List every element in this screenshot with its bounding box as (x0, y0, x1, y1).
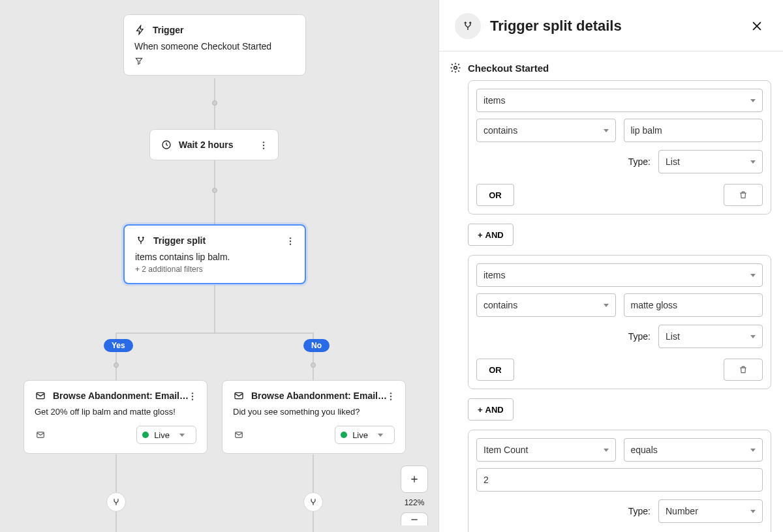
operator-select[interactable]: equals (624, 438, 763, 462)
chevron-down-icon (750, 99, 756, 102)
branch-split-node[interactable] (106, 492, 126, 512)
or-button[interactable]: OR (476, 184, 514, 206)
chevron-down-icon (750, 449, 756, 452)
operator-select[interactable]: contains (476, 293, 616, 317)
panel-header: Trigger split details (439, 0, 783, 52)
delete-filter-button[interactable] (724, 184, 763, 206)
email-no-body: Did you see something you liked? (233, 407, 395, 417)
svg-point-16 (390, 398, 392, 400)
branch-no-pill: No (303, 339, 330, 352)
split-more-button[interactable] (281, 232, 299, 250)
svg-point-1 (263, 141, 264, 143)
svg-point-17 (454, 66, 457, 70)
svg-point-3 (263, 147, 264, 149)
trigger-card[interactable]: Trigger When someone Checkout Started (123, 14, 306, 76)
filter-block: items contains lip balm Type: List (468, 80, 771, 214)
split-desc: items contains lip balm. (135, 252, 294, 262)
trigger-filter-icon (134, 57, 295, 66)
connector-dot (311, 362, 316, 368)
split-meta: + 2 additional filters (135, 265, 294, 274)
svg-point-6 (290, 243, 291, 244)
wait-card[interactable]: Wait 2 hours (149, 129, 279, 160)
email-no-title: Browse Abandonment: Email… (251, 391, 387, 401)
gear-icon (450, 62, 461, 74)
or-button[interactable]: OR (476, 359, 514, 381)
wait-label: Wait 2 hours (179, 140, 234, 150)
zoom-level: 122% (405, 498, 425, 507)
bolt-icon (134, 24, 146, 36)
email-yes-card[interactable]: Browse Abandonment: Email… Get 20% off l… (23, 380, 207, 454)
chevron-down-icon (604, 449, 609, 452)
email-no-status-select[interactable]: Live (335, 426, 395, 444)
close-button[interactable] (746, 16, 767, 37)
svg-point-9 (192, 392, 193, 394)
split-title: Trigger split (153, 235, 206, 246)
mail-icon (35, 390, 46, 402)
email-yes-status-select[interactable]: Live (136, 426, 196, 444)
branch-split-node[interactable] (303, 492, 323, 512)
chevron-down-icon (750, 510, 756, 513)
connector-dot (212, 100, 217, 106)
zoom-out-button[interactable] (401, 512, 428, 525)
zoom-controls: 122% (401, 466, 428, 525)
operator-select[interactable]: contains (476, 119, 616, 142)
value-input[interactable]: matte gloss (624, 293, 763, 317)
type-select[interactable]: Number (658, 499, 763, 523)
section-title: Checkout Started (468, 63, 549, 74)
chevron-down-icon (604, 304, 609, 307)
value-input[interactable]: 2 (476, 468, 763, 492)
status-dot-icon (341, 432, 347, 438)
mail-icon (233, 390, 245, 402)
panel-title: Trigger split details (490, 18, 622, 35)
svg-point-15 (390, 396, 392, 397)
add-and-button[interactable]: +AND (468, 398, 514, 421)
email-yes-body: Get 20% off lip balm and matte gloss! (35, 407, 196, 417)
svg-point-4 (290, 237, 291, 239)
flow-canvas[interactable]: Trigger When someone Checkout Started Wa… (0, 0, 438, 532)
email-yes-more-button[interactable] (183, 387, 202, 406)
type-label: Type: (628, 156, 651, 167)
field-select[interactable]: items (476, 263, 763, 287)
split-icon (135, 235, 147, 246)
details-panel: Trigger split details Checkout Started i… (438, 0, 783, 532)
trigger-split-card[interactable]: Trigger split items contains lip balm. +… (123, 224, 306, 284)
type-select[interactable]: List (658, 150, 763, 173)
wait-more-button[interactable] (254, 136, 273, 155)
trigger-desc: When someone Checkout Started (134, 41, 295, 52)
svg-point-2 (263, 145, 264, 146)
chevron-down-icon (373, 434, 388, 437)
email-yes-title: Browse Abandonment: Email… (53, 391, 189, 401)
type-select[interactable]: List (658, 325, 763, 348)
filter-block: items contains matte gloss Type: List (468, 255, 771, 389)
mail-small-icon (233, 429, 245, 441)
edge (115, 332, 314, 334)
connector-dot (114, 362, 119, 368)
status-dot-icon (142, 432, 149, 438)
split-icon (455, 13, 481, 39)
value-input[interactable]: lip balm (624, 119, 763, 142)
email-no-card[interactable]: Browse Abandonment: Email… Did you see s… (222, 380, 406, 454)
zoom-in-button[interactable] (401, 466, 428, 493)
email-no-status-label: Live (352, 430, 368, 440)
type-label: Type: (628, 506, 651, 516)
connector-dot (212, 188, 217, 193)
chevron-down-icon (175, 434, 189, 437)
chevron-down-icon (604, 129, 609, 132)
chevron-down-icon (750, 274, 756, 277)
svg-point-11 (192, 398, 193, 400)
field-select[interactable]: Item Count (476, 438, 616, 462)
svg-point-14 (390, 392, 392, 394)
field-select[interactable]: items (476, 89, 763, 112)
filter-block: Item Count equals 2 Type: Number OR (468, 430, 771, 532)
type-label: Type: (628, 331, 651, 342)
add-and-button[interactable]: +AND (468, 224, 514, 246)
chevron-down-icon (750, 335, 756, 338)
edge (214, 285, 215, 332)
mail-small-icon (35, 429, 46, 441)
delete-filter-button[interactable] (724, 359, 763, 381)
svg-point-10 (192, 396, 193, 397)
svg-point-5 (290, 241, 291, 242)
clock-icon (161, 139, 172, 151)
email-no-more-button[interactable] (382, 387, 400, 406)
email-yes-status-label: Live (154, 430, 170, 440)
